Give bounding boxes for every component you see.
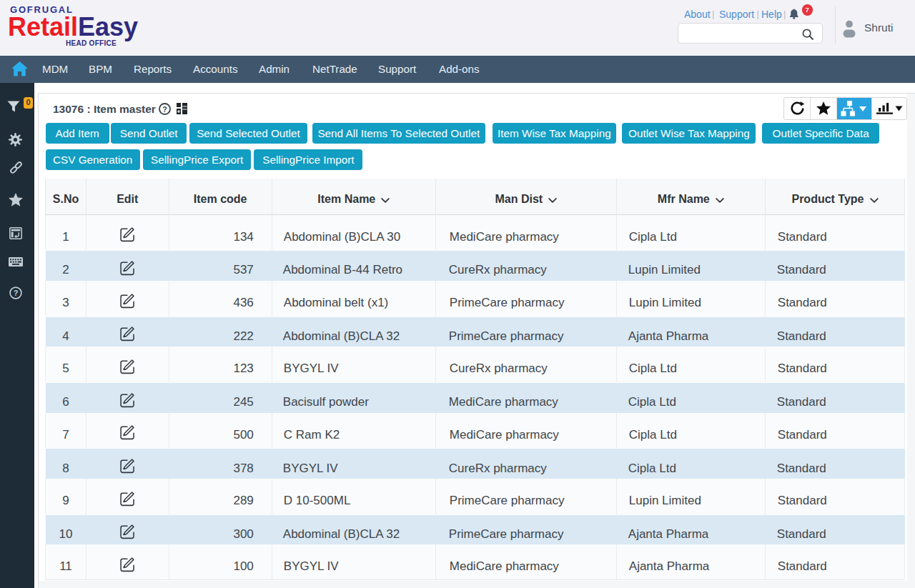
svg-text:?: ? [14, 289, 19, 297]
svg-text:?: ? [162, 105, 167, 114]
